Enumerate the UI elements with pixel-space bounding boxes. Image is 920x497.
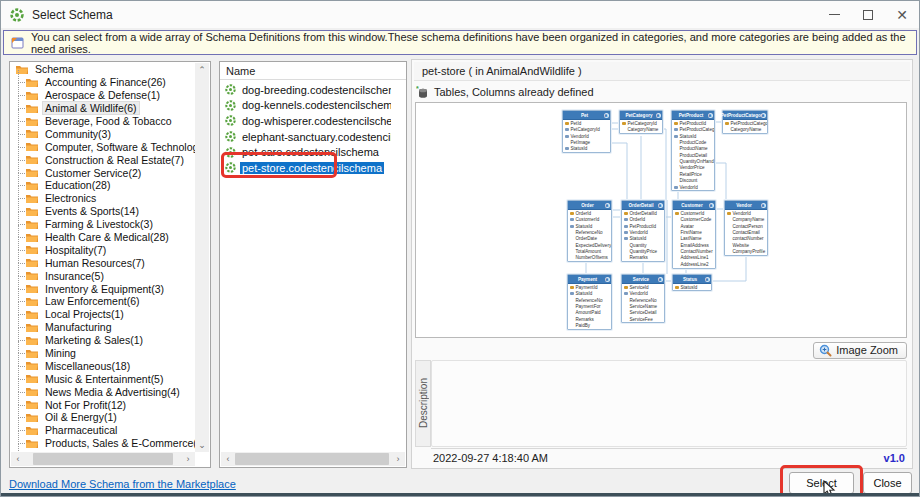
folder-icon (25, 90, 39, 101)
scroll-right-icon[interactable]: › (181, 452, 195, 466)
diagram-table-name: Pet✱ (563, 111, 610, 120)
tree-item[interactable]: Customer Service(2) (11, 166, 195, 179)
no-key-spacer (624, 250, 628, 253)
diagram-table: OrderDetail✱OrderDetailIdOrderIdPetProdu… (621, 200, 665, 262)
schema-list-panel: Name dog-breeding.codestencilschemadog-k… (219, 61, 407, 468)
diagram-table: Service✱ServiceIdVendorIdReferenceNoServ… (621, 274, 665, 323)
field-name: ProductCode (680, 140, 707, 145)
tree-item[interactable]: Mining (11, 347, 195, 360)
tree-item[interactable]: Construction & Real Estate(7) (11, 153, 195, 166)
scroll-left-icon[interactable]: ‹ (221, 452, 235, 466)
foreign-key-icon (624, 237, 628, 240)
tree-item[interactable]: Computer, Software & Technology (11, 140, 195, 153)
tree-item-label: Local Projects(1) (43, 308, 126, 320)
schema-list-item[interactable]: dog-kennels.codestencilschema (221, 98, 391, 114)
tree-item-label: Insurance(5) (43, 270, 106, 282)
description-tab[interactable]: Description (415, 360, 431, 447)
close-button[interactable]: ✕ (885, 1, 919, 28)
no-key-spacer (570, 305, 574, 308)
tree-item[interactable]: Pharmaceutical (11, 424, 195, 437)
schema-list-item[interactable]: pet-store.codestencilschema (221, 160, 391, 176)
tree-item[interactable]: Oil & Energy(1) (11, 411, 195, 424)
tree-item[interactable]: Electronics (11, 192, 195, 205)
tree-item[interactable]: Insurance(5) (11, 269, 195, 282)
foreign-key-icon (565, 128, 569, 131)
scroll-left-icon[interactable]: ‹ (11, 452, 25, 466)
tree-vertical-scrollbar[interactable]: ⌃ ⌄ (195, 63, 209, 452)
image-zoom-button[interactable]: Image Zoom (813, 342, 907, 359)
foreign-key-icon (624, 231, 628, 234)
tree-item[interactable]: Community(3) (11, 127, 195, 140)
tree-item[interactable]: Marketing & Sales(1) (11, 334, 195, 347)
tree-item-label: Events & Sports(14) (43, 205, 141, 217)
select-button[interactable]: Select (789, 472, 854, 494)
minimize-button[interactable] (817, 1, 851, 28)
no-key-spacer (675, 218, 679, 221)
tree-item[interactable]: Human Resources(7) (11, 256, 195, 269)
schema-file-icon (225, 100, 236, 111)
no-key-spacer (570, 256, 574, 259)
tree-horizontal-scrollbar[interactable]: ‹ › (11, 452, 195, 466)
scrollbar-thumb[interactable] (235, 453, 389, 465)
tree-item[interactable]: Inventory & Equipment(3) (11, 282, 195, 295)
field-name: PetProductId (630, 224, 657, 229)
no-key-spacer (675, 231, 679, 234)
scroll-right-icon[interactable]: › (391, 452, 405, 466)
scroll-down-icon[interactable]: ⌄ (195, 438, 209, 452)
field-name: TotalAmount (576, 249, 602, 254)
tree-item[interactable]: Miscellaneous(18) (11, 359, 195, 372)
no-key-spacer (727, 244, 731, 247)
folder-icon (25, 116, 39, 127)
tree-item[interactable]: Beverage, Food & Tobacco (11, 115, 195, 128)
tree-item[interactable]: Hospitality(7) (11, 243, 195, 256)
scroll-up-icon[interactable]: ⌃ (195, 63, 209, 77)
schema-file-icon (225, 115, 236, 126)
diagram-table: Vendor✱VendorIdCompanyNameContactPersonC… (724, 200, 768, 256)
tree-item[interactable]: Aerospace & Defense(1) (11, 89, 195, 102)
schema-list-item[interactable]: dog-whisperer.codestencilschema (221, 113, 391, 129)
tree-item[interactable]: Animal & Wildlife(6) (11, 102, 195, 115)
folder-icon (25, 438, 39, 449)
tree-item[interactable]: News Media & Advertising(4) (11, 385, 195, 398)
tree-item[interactable]: Accounting & Finance(26) (11, 76, 195, 89)
scrollbar-thumb[interactable] (33, 453, 173, 465)
field-name: Quantity (630, 243, 647, 248)
tree-item[interactable]: Not For Profit(12) (11, 398, 195, 411)
marketplace-link[interactable]: Download More Schema from the Marketplac… (9, 478, 236, 490)
schema-list-item[interactable]: elephant-sanctuary.codestencilschema (221, 129, 391, 145)
diagram-table-field: AddressLine2 (673, 261, 715, 267)
field-name: LastName (681, 236, 702, 241)
field-name: PetId (571, 121, 582, 126)
close-dialog-button[interactable]: Close (863, 472, 912, 494)
schema-item-label: dog-whisperer.codestencilschema (240, 115, 391, 127)
field-name: VendorId (630, 230, 648, 235)
tree-item-label: Farming & Livestock(3) (43, 218, 155, 230)
maximize-button[interactable] (851, 1, 885, 28)
tree-item[interactable]: Events & Sports(14) (11, 205, 195, 218)
tree-item[interactable]: Music & Entertainment(5) (11, 372, 195, 385)
schema-list-item[interactable]: pet-care.codestencilschema (221, 144, 391, 160)
tree-item[interactable]: Farming & Livestock(3) (11, 218, 195, 231)
tree-item-label: Computer, Software & Technology (43, 141, 195, 153)
image-zoom-label: Image Zoom (836, 344, 898, 356)
tree-item[interactable]: Products, Sales & E-Commerce(20) (11, 437, 195, 450)
schema-item-label: pet-store.codestencilschema (240, 162, 384, 174)
schema-file-icon (225, 162, 236, 173)
tree-item[interactable]: Education(28) (11, 179, 195, 192)
tree-item[interactable]: Health Care & Medical(28) (11, 231, 195, 244)
diagram-table-field: NumberOfItems (568, 255, 611, 261)
preview-subtitle: Tables, Columns already defined (434, 86, 594, 98)
tree-item[interactable]: Local Projects(1) (11, 308, 195, 321)
list-horizontal-scrollbar[interactable]: ‹ › (221, 452, 405, 466)
schema-list-item[interactable]: dog-breeding.codestencilschema (221, 82, 391, 98)
tree-root[interactable]: Schema (11, 63, 195, 76)
no-key-spacer (675, 237, 679, 240)
field-name: VendorId (680, 185, 698, 190)
field-name: OrderDate (576, 236, 597, 241)
tree-item[interactable]: Law Enforcement(6) (11, 295, 195, 308)
folder-icon (25, 335, 39, 346)
tree-item-label: Construction & Real Estate(7) (43, 154, 186, 166)
folder-icon (25, 425, 39, 436)
foreign-key-icon (624, 225, 628, 228)
tree-item[interactable]: Manufacturing (11, 321, 195, 334)
